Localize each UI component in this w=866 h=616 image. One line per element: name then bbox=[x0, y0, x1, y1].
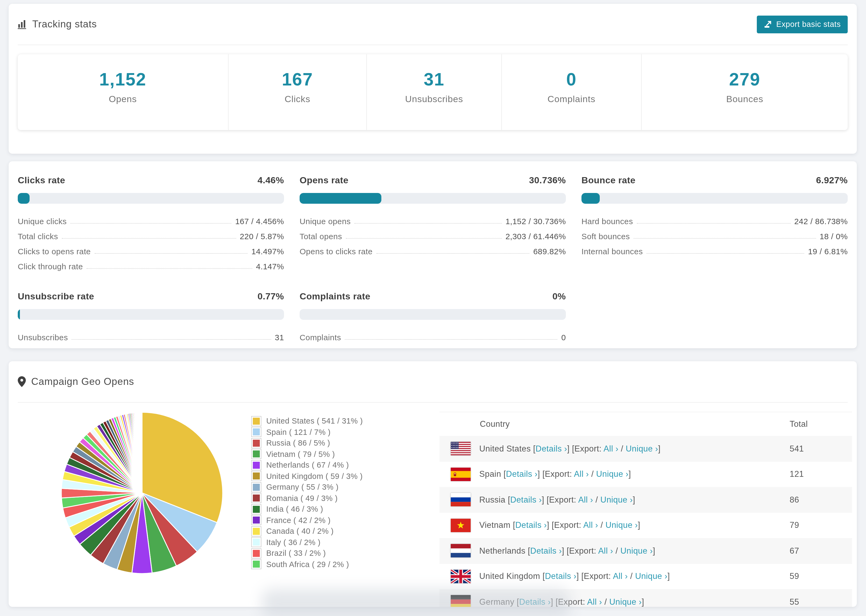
rate-detail-label: Clicks to opens rate bbox=[18, 247, 91, 256]
legend-label: Vietnam ( 79 / 5% ) bbox=[266, 450, 335, 459]
country-total: 541 bbox=[790, 444, 852, 454]
details-link[interactable]: Details › bbox=[506, 470, 537, 479]
dotted-leader bbox=[647, 253, 804, 253]
flag-us-icon bbox=[451, 442, 479, 456]
legend-swatch bbox=[252, 483, 261, 492]
legend-item[interactable]: Netherlands ( 67 / 4% ) bbox=[252, 460, 363, 471]
rate-detail-value: 2,303 / 61.446% bbox=[505, 231, 566, 240]
rate-detail-value: 0 bbox=[561, 332, 566, 342]
progress-bar-fill bbox=[581, 193, 600, 204]
stat-value: 167 bbox=[228, 69, 367, 90]
rate-detail-row: Unique clicks167 / 4.456% bbox=[18, 214, 284, 228]
summary-stat-bounces: 279Bounces bbox=[641, 54, 848, 130]
dotted-leader bbox=[637, 223, 791, 223]
progress-bar-fill bbox=[299, 193, 381, 204]
legend-item[interactable]: Canada ( 40 / 2% ) bbox=[252, 526, 363, 537]
details-link[interactable]: Details › bbox=[515, 520, 547, 530]
export-basic-stats-button[interactable]: Export basic stats bbox=[757, 15, 848, 33]
pie-legend: United States ( 541 / 31% )Spain ( 121 /… bbox=[252, 415, 363, 570]
bracket: ] bbox=[628, 470, 631, 479]
rate-detail-label: Internal bounces bbox=[581, 247, 643, 256]
details-link[interactable]: Details › bbox=[531, 546, 562, 555]
legend-item[interactable]: Spain ( 121 / 7% ) bbox=[252, 426, 363, 438]
legend-item[interactable]: Romania ( 49 / 3% ) bbox=[252, 493, 363, 504]
blurred-overlay-artifact bbox=[262, 589, 570, 616]
geo-body: United States ( 541 / 31% )Spain ( 121 /… bbox=[9, 402, 857, 607]
export-all-link[interactable]: All › bbox=[578, 495, 593, 504]
rate-detail-label: Complaints bbox=[299, 332, 341, 342]
legend-label: Spain ( 121 / 7% ) bbox=[266, 428, 331, 437]
export-all-link[interactable]: All › bbox=[583, 520, 598, 530]
rate-block-clicks-rate: Clicks rate4.46%Unique clicks167 / 4.456… bbox=[18, 172, 284, 273]
export-all-link[interactable]: All › bbox=[603, 444, 618, 453]
legend-item[interactable]: Brazil ( 33 / 2% ) bbox=[252, 548, 363, 559]
summary-stats: 1,152Opens167Clicks31Unsubscribes0Compla… bbox=[18, 54, 848, 130]
bracket: ] [Export: bbox=[562, 546, 598, 555]
bracket: ] [Export: bbox=[576, 572, 613, 581]
summary-stat-opens: 1,152Opens bbox=[18, 54, 228, 130]
legend-item[interactable]: Russia ( 86 / 5% ) bbox=[252, 438, 363, 449]
rate-detail-label: Unique clicks bbox=[18, 216, 67, 225]
legend-label: Brazil ( 33 / 2% ) bbox=[266, 549, 326, 558]
export-unique-link[interactable]: Unique › bbox=[609, 597, 642, 606]
legend-item[interactable]: Italy ( 36 / 2% ) bbox=[252, 537, 363, 548]
details-link[interactable]: Details › bbox=[510, 495, 542, 504]
bracket: ] [Export: bbox=[547, 520, 583, 530]
divider-slash: / bbox=[598, 520, 605, 530]
legend-item[interactable]: Vietnam ( 79 / 5% ) bbox=[252, 449, 363, 460]
country-total: 59 bbox=[790, 572, 852, 581]
dotted-leader bbox=[62, 238, 236, 238]
geo-pie-chart bbox=[60, 411, 224, 575]
export-unique-link[interactable]: Unique › bbox=[605, 520, 638, 530]
pie-slice[interactable] bbox=[142, 412, 142, 493]
export-all-link[interactable]: All › bbox=[598, 546, 613, 555]
stat-label: Bounces bbox=[642, 94, 848, 105]
column-total: Total bbox=[790, 419, 852, 429]
export-icon bbox=[764, 20, 772, 28]
export-all-link[interactable]: All › bbox=[613, 572, 628, 581]
export-unique-link[interactable]: Unique › bbox=[620, 546, 653, 555]
export-unique-link[interactable]: Unique › bbox=[626, 444, 658, 453]
export-unique-link[interactable]: Unique › bbox=[600, 495, 633, 504]
stat-value: 0 bbox=[502, 69, 641, 90]
stat-value: 279 bbox=[642, 69, 848, 90]
rate-detail-value: 242 / 86.738% bbox=[794, 216, 848, 225]
stat-label: Unsubscribes bbox=[367, 94, 501, 105]
country-total: 121 bbox=[790, 470, 852, 479]
progress-bar bbox=[18, 309, 284, 320]
rate-value: 0% bbox=[553, 291, 566, 302]
legend-label: France ( 42 / 2% ) bbox=[266, 516, 331, 525]
country-total: 79 bbox=[790, 520, 852, 530]
legend-item[interactable]: United Kingdom ( 59 / 3% ) bbox=[252, 471, 363, 482]
table-row: Russia [Details ›] [Export: All › / Uniq… bbox=[439, 487, 852, 512]
details-link[interactable]: Details › bbox=[535, 444, 567, 453]
summary-stat-complaints: 0Complaints bbox=[501, 54, 641, 130]
legend-item[interactable]: Germany ( 55 / 3% ) bbox=[252, 482, 363, 493]
export-all-link[interactable]: All › bbox=[574, 470, 589, 479]
legend-item[interactable]: India ( 46 / 3% ) bbox=[252, 504, 363, 515]
legend-item[interactable]: United States ( 541 / 31% ) bbox=[252, 415, 363, 426]
rate-detail-value: 1,152 / 30.736% bbox=[505, 216, 566, 225]
bracket: ] bbox=[668, 572, 670, 581]
stat-label: Complaints bbox=[502, 94, 641, 105]
divider-slash: / bbox=[628, 572, 635, 581]
rate-detail-row: Unique opens1,152 / 30.736% bbox=[299, 214, 566, 228]
rate-detail-row: Unsubscribes31 bbox=[18, 330, 284, 344]
stat-label: Clicks bbox=[228, 94, 367, 105]
legend-label: South Africa ( 29 / 2% ) bbox=[266, 560, 349, 569]
export-unique-link[interactable]: Unique › bbox=[635, 572, 667, 581]
dotted-leader bbox=[346, 238, 502, 238]
country-total: 55 bbox=[790, 597, 852, 607]
legend-item[interactable]: France ( 42 / 2% ) bbox=[252, 515, 363, 526]
table-row: United Kingdom [Details ›] [Export: All … bbox=[439, 564, 852, 589]
stat-label: Opens bbox=[18, 94, 228, 105]
tracking-stats-title: Tracking stats bbox=[18, 18, 97, 30]
bracket: [ bbox=[505, 495, 510, 504]
export-all-link[interactable]: All › bbox=[587, 597, 602, 606]
export-unique-link[interactable]: Unique › bbox=[596, 470, 628, 479]
legend-item[interactable]: South Africa ( 29 / 2% ) bbox=[252, 559, 363, 570]
progress-bar bbox=[299, 193, 566, 204]
details-link[interactable]: Details › bbox=[545, 572, 576, 581]
rate-detail-value: 14.497% bbox=[252, 247, 284, 256]
legend-swatch bbox=[252, 416, 261, 426]
